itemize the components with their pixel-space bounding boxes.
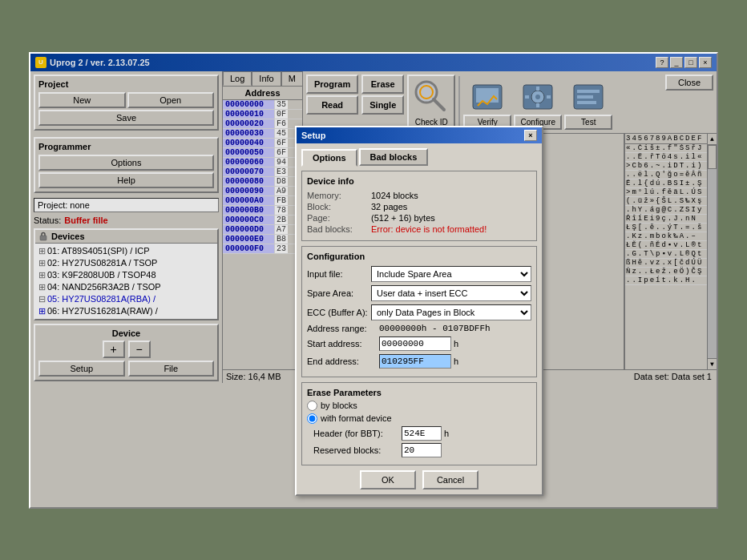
start-address-label: Start address: bbox=[307, 339, 379, 348]
input-file-select[interactable]: Include Spare Area bbox=[371, 266, 531, 282]
reserved-label: Reserved blocks: bbox=[313, 445, 402, 455]
dialog-tabs: Options Bad blocks bbox=[301, 148, 537, 166]
dialog-title-text: Setup bbox=[301, 131, 326, 140]
dialog-title-bar: Setup × bbox=[297, 127, 542, 143]
block-value: 32 pages bbox=[371, 202, 407, 212]
page-label: Page: bbox=[307, 213, 371, 223]
with-format-label: with format device bbox=[321, 413, 392, 423]
by-blocks-label: by blocks bbox=[321, 401, 357, 410]
page-value: (512 + 16) bytes bbox=[371, 213, 435, 223]
with-format-radio[interactable] bbox=[307, 413, 317, 424]
options-tab[interactable]: Options bbox=[301, 149, 357, 167]
ecc-select[interactable]: only Data Pages in Block bbox=[371, 304, 531, 320]
erase-section: Erase Parameters by blocks with format d… bbox=[301, 382, 537, 465]
header-suffix: h bbox=[444, 429, 449, 438]
spare-area-select[interactable]: User data + insert ECC bbox=[371, 285, 531, 301]
erase-title: Erase Parameters bbox=[307, 388, 531, 397]
device-info-section: Device info Memory: 1024 blocks Block: 3… bbox=[301, 171, 537, 241]
end-address-input[interactable] bbox=[379, 354, 451, 369]
bad-blocks-label: Bad blocks: bbox=[307, 224, 371, 234]
input-file-label: Input file: bbox=[307, 269, 371, 279]
block-label: Block: bbox=[307, 202, 371, 212]
header-label: Header (for BBT): bbox=[313, 429, 402, 438]
memory-label: Memory: bbox=[307, 191, 371, 200]
header-input[interactable] bbox=[402, 426, 442, 441]
bad-blocks-tab[interactable]: Bad blocks bbox=[359, 148, 429, 166]
start-address-input[interactable] bbox=[379, 336, 451, 351]
reserved-input[interactable] bbox=[402, 443, 442, 457]
start-h-label: h bbox=[454, 339, 458, 348]
address-range-label: Address range: bbox=[307, 324, 379, 333]
address-range-value: 00000000h - 0107BDFFh bbox=[379, 324, 491, 333]
bad-blocks-value: Error: device is not formatted! bbox=[371, 224, 487, 234]
setup-dialog: Setup × Options Bad blocks Device info M… bbox=[295, 126, 543, 496]
ok-button[interactable]: OK bbox=[360, 470, 416, 489]
configuration-section: Configuration Input file: Include Spare … bbox=[301, 246, 537, 377]
configuration-title: Configuration bbox=[307, 252, 531, 261]
dialog-close-btn[interactable]: × bbox=[524, 130, 537, 141]
device-info-title: Device info bbox=[307, 176, 531, 186]
end-h-label: h bbox=[454, 357, 458, 366]
ecc-label: ECC (Buffer A): bbox=[307, 308, 371, 317]
dialog-overlay: Setup × Options Bad blocks Device info M… bbox=[30, 54, 717, 507]
cancel-button[interactable]: Cancel bbox=[422, 470, 478, 489]
memory-value: 1024 blocks bbox=[371, 191, 418, 200]
spare-area-label: Spare Area: bbox=[307, 288, 371, 298]
by-blocks-radio[interactable] bbox=[307, 401, 317, 411]
end-address-label: End address: bbox=[307, 357, 379, 366]
